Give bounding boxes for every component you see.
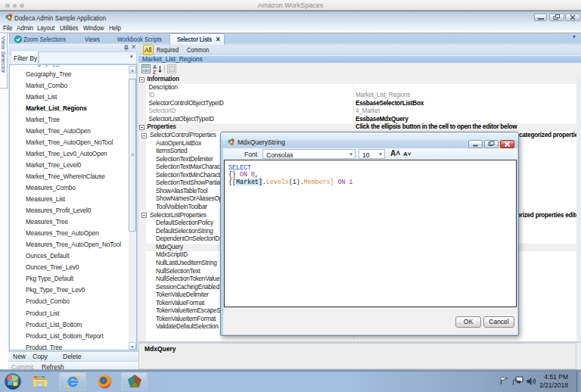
svg-text:Z: Z xyxy=(153,70,157,75)
